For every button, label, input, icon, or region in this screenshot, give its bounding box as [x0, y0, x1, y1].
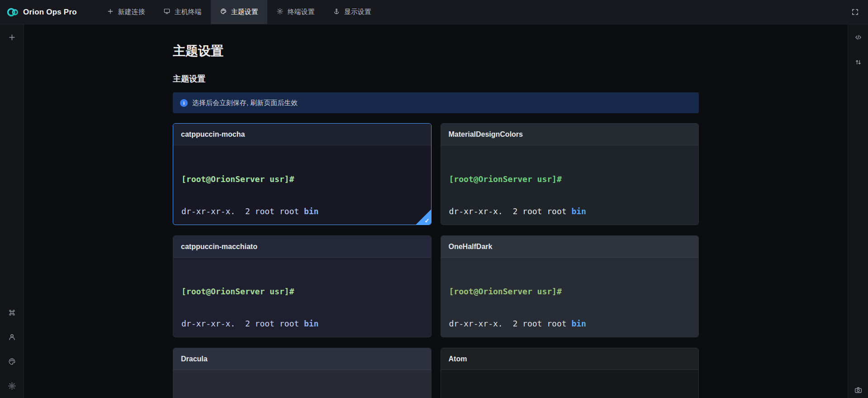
- terminal-line: dr-xr-xr-x. 2 root root bin: [449, 318, 691, 329]
- fullscreen-button[interactable]: [849, 6, 861, 18]
- info-icon: i: [180, 99, 188, 107]
- palette-icon: [220, 8, 227, 16]
- info-alert: i 选择后会立刻保存, 刷新页面后生效: [173, 92, 699, 113]
- terminal-line: dr-xr-xr-x. 2 root root bin: [181, 318, 423, 329]
- theme-card[interactable]: catppuccin-macchiato [root@OrionServer u…: [173, 235, 432, 337]
- theme-card-header: MaterialDesignColors: [441, 124, 699, 145]
- theme-name: MaterialDesignColors: [449, 130, 523, 139]
- theme-name: catppuccin-macchiato: [181, 243, 257, 251]
- gear-icon: [8, 382, 16, 390]
- dir-name: bin: [571, 319, 586, 328]
- display-settings-icon: [333, 8, 340, 16]
- plus-icon: [8, 33, 16, 42]
- right-sidebar: [848, 24, 868, 398]
- shortcuts-button[interactable]: [5, 305, 19, 320]
- terminal-preview: [root@OrionServer usr]# dr-xr-xr-x. 2 ro…: [441, 145, 699, 225]
- theme-name: Dracula: [181, 355, 208, 363]
- nav-item-label: 新建连接: [118, 8, 145, 16]
- nav-item-label: 显示设置: [344, 8, 371, 16]
- user-button[interactable]: [5, 330, 19, 344]
- nav-item-label: 终端设置: [288, 8, 315, 16]
- theme-name: Atom: [449, 355, 467, 363]
- nav-item-label: 主机终端: [175, 8, 202, 16]
- theme-card-header: catppuccin-macchiato: [173, 236, 431, 258]
- theme-grid: catppuccin-mocha [root@OrionServer usr]#…: [173, 123, 699, 398]
- theme-card[interactable]: Dracula [root@OrionServer usr]# dr-xr-xr…: [173, 348, 432, 398]
- section-title: 主题设置: [173, 73, 699, 84]
- left-sidebar-bottom-group: [5, 305, 19, 393]
- theme-card-header: catppuccin-mocha: [173, 124, 431, 145]
- alert-text: 选择后会立刻保存, 刷新页面后生效: [192, 99, 298, 107]
- terminal-prompt: [root@OrionServer usr]#: [181, 286, 423, 297]
- brand: Orion Ops Pro: [0, 6, 77, 19]
- right-sidebar-top-group: [851, 30, 865, 69]
- app-title: Orion Ops Pro: [23, 8, 77, 17]
- app-logo-icon: [6, 6, 19, 19]
- terminal-preview: [root@OrionServer usr]# dr-xr-xr-x. 2 ro…: [173, 258, 431, 337]
- monitor-icon: [163, 8, 171, 16]
- user-icon: [8, 333, 16, 341]
- top-navbar: Orion Ops Pro 新建连接 主机终端 主题设置 终端设置: [0, 0, 868, 24]
- sort-button[interactable]: [851, 55, 865, 69]
- settings-page: 主题设置 主题设置 i 选择后会立刻保存, 刷新页面后生效 catppuccin…: [173, 43, 699, 398]
- check-icon: ✓: [425, 217, 430, 224]
- theme-card-header: OneHalfDark: [441, 236, 699, 258]
- terminal-line: dr-xr-xr-x. 2 root root bin: [449, 206, 691, 217]
- navbar-menu: 新建连接 主机终端 主题设置 终端设置 显示设置: [98, 0, 380, 24]
- nav-item-display-settings[interactable]: 显示设置: [324, 0, 380, 24]
- dir-name: bin: [304, 319, 319, 328]
- dir-name: bin: [571, 206, 586, 216]
- terminal-preview: [root@OrionServer usr]# dr-xr-xr-x. 2 ro…: [441, 370, 699, 398]
- nav-item-label: 主题设置: [231, 8, 258, 16]
- theme-card[interactable]: catppuccin-mocha [root@OrionServer usr]#…: [173, 123, 432, 225]
- nav-item-terminal-settings[interactable]: 终端设置: [267, 0, 324, 24]
- gear-icon: [276, 8, 284, 16]
- theme-card-header: Dracula: [173, 348, 431, 370]
- theme-card-header: Atom: [441, 348, 699, 370]
- terminal-prompt: [root@OrionServer usr]#: [181, 174, 423, 185]
- nav-item-host-terminal[interactable]: 主机终端: [154, 0, 211, 24]
- right-sidebar-bottom-group: [851, 383, 865, 397]
- camera-icon: [854, 386, 863, 394]
- sort-icon: [854, 58, 863, 67]
- left-sidebar: [0, 24, 24, 398]
- terminal-preview: [root@OrionServer usr]# dr-xr-xr-x. 2 ro…: [173, 370, 431, 398]
- selected-check-corner: ✓: [416, 209, 432, 225]
- nav-item-new-connection[interactable]: 新建连接: [98, 0, 154, 24]
- theme-card[interactable]: MaterialDesignColors [root@OrionServer u…: [441, 123, 699, 225]
- theme-card[interactable]: Atom [root@OrionServer usr]# dr-xr-xr-x.…: [441, 348, 699, 398]
- fullscreen-icon: [851, 8, 859, 16]
- theme-name: OneHalfDark: [449, 243, 493, 251]
- page-title: 主题设置: [173, 43, 699, 60]
- plus-icon: [107, 8, 114, 16]
- theme-card[interactable]: OneHalfDark [root@OrionServer usr]# dr-x…: [441, 235, 699, 337]
- nav-item-theme-settings[interactable]: 主题设置: [211, 0, 267, 24]
- terminal-prompt: [root@OrionServer usr]#: [449, 174, 691, 185]
- terminal-preview: [root@OrionServer usr]# dr-xr-xr-x. 2 ro…: [173, 145, 431, 225]
- palette-icon: [8, 357, 16, 366]
- new-tab-button[interactable]: [5, 30, 19, 44]
- command-icon: [8, 308, 16, 317]
- theme-name: catppuccin-mocha: [181, 130, 245, 139]
- main-content: 主题设置 主题设置 i 选择后会立刻保存, 刷新页面后生效 catppuccin…: [24, 24, 848, 398]
- settings-button[interactable]: [5, 379, 19, 393]
- terminal-line: dr-xr-xr-x. 2 root root bin: [181, 206, 423, 217]
- dir-name: bin: [304, 206, 319, 216]
- terminal-preview: [root@OrionServer usr]# dr-xr-xr-x. 2 ro…: [441, 258, 699, 337]
- code-snippets-button[interactable]: [851, 30, 865, 44]
- code-icon: [854, 33, 863, 42]
- terminal-prompt: [root@OrionServer usr]#: [449, 286, 691, 297]
- theme-button[interactable]: [5, 354, 19, 369]
- screenshot-button[interactable]: [851, 383, 865, 397]
